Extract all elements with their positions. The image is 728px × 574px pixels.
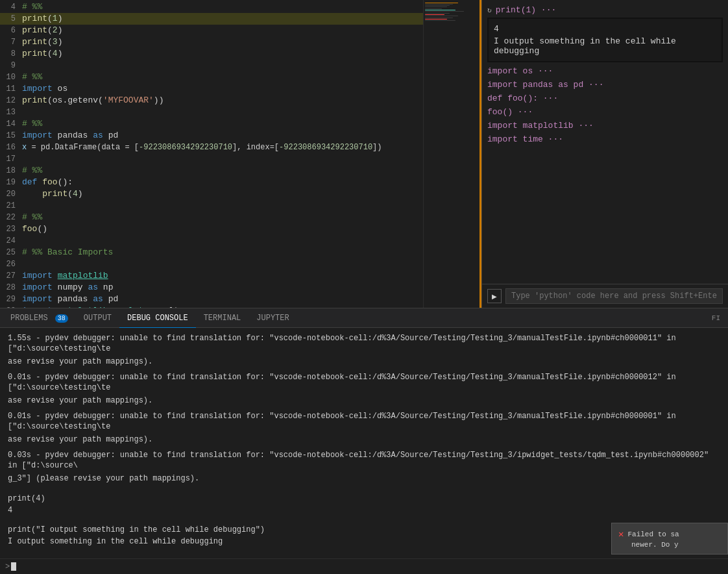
debug-spacer5: [8, 518, 720, 523]
code-content-27: import matplotlib: [22, 270, 108, 282]
tab-debug-label: DEBUG CONSOLE: [127, 314, 188, 323]
line-num-9: 9: [3, 60, 22, 71]
jupyter-cell-5: foo() ···: [487, 107, 723, 117]
minimap: [423, 0, 481, 308]
minimap-line: [425, 18, 453, 18]
code-content-6: print(2): [22, 25, 62, 36]
code-content-22: # %%: [22, 212, 42, 223]
code-content-12: print(os.getenv('MYFOOVAR')): [22, 95, 164, 106]
problems-badge: 38: [55, 314, 68, 323]
notification-error-icon: ✕: [618, 529, 624, 540]
code-line-21: 21: [0, 200, 423, 212]
line-num-18: 18: [3, 165, 22, 177]
jupyter-cell-foo-label[interactable]: foo() ···: [487, 107, 533, 117]
minimap-line: [425, 8, 442, 9]
code-line-11: 11 import os: [0, 83, 423, 95]
code-content-18: # %%: [22, 165, 42, 177]
jupyter-cell-header: ↻ print(1) ···: [487, 5, 723, 15]
editor-area: 4 # %% 5 print(1) 6 print(2) 7 print(3): [0, 0, 728, 308]
code-line-9: 9: [0, 60, 423, 71]
jupyter-cell-print1-label[interactable]: print(1) ···: [496, 5, 557, 15]
minimap-line: [425, 13, 450, 14]
cursor-prompt: >: [5, 562, 10, 571]
jupyter-cell-matplotlib-label[interactable]: import matplotlib ···: [487, 121, 594, 131]
code-content-4: # %%: [22, 1, 42, 13]
jupyter-cell-4: def foo(): ···: [487, 94, 723, 103]
line-num-15: 15: [3, 130, 22, 142]
code-line-14: 14 # %%: [0, 118, 423, 130]
code-content-29: import pandas as pd: [22, 293, 118, 305]
code-line-27: 27 import matplotlib: [0, 270, 423, 282]
line-num-21: 21: [3, 200, 22, 212]
debug-msg-2: 0.01s - pydev debugger: unable to find t…: [8, 372, 720, 393]
code-content-19: def foo():: [22, 177, 73, 188]
jupyter-cell-time-label[interactable]: import time ···: [487, 134, 563, 144]
jupyter-cell-def-foo-label[interactable]: def foo(): ···: [487, 94, 558, 103]
line-num-29: 29: [3, 293, 22, 305]
tab-jupyter-label: JUPYTER: [256, 314, 289, 323]
code-line-29: 29 import pandas as pd: [0, 293, 423, 305]
code-line-8: 8 print(4): [0, 48, 423, 60]
code-content-10: # %%: [22, 71, 42, 83]
jupyter-cell-6: import matplotlib ···: [487, 121, 723, 131]
line-num-7: 7: [3, 36, 22, 48]
code-content-14: # %%: [22, 118, 42, 130]
jupyter-cell-import-os-label[interactable]: import os ···: [487, 66, 553, 76]
minimap-lines: [424, 0, 481, 23]
minimap-line: [425, 10, 455, 10]
code-content-11: import os: [22, 83, 67, 95]
line-num-27: 27: [3, 270, 22, 282]
debug-spacer4: [8, 486, 720, 492]
bottom-tab-actions: FI: [712, 314, 725, 322]
bottom-footer: >: [0, 558, 728, 574]
notification-text-1: Failed to sa: [627, 530, 679, 538]
output-debug-text: I output something in the cell while deb…: [494, 36, 716, 56]
jupyter-cell-3: import pandas as pd ···: [487, 80, 723, 90]
code-line-7: 7 print(3): [0, 36, 423, 48]
line-num-13: 13: [3, 106, 22, 118]
line-num-22: 22: [3, 212, 22, 223]
code-line-23: 23 foo(): [0, 223, 423, 235]
line-num-12: 12: [3, 95, 22, 106]
line-num-23: 23: [3, 223, 22, 235]
jupyter-cell-7: import time ···: [487, 134, 723, 144]
minimap-inner: [424, 0, 481, 308]
minimap-line: [425, 19, 447, 19]
code-line-25: 25 # %% Basic Imports: [0, 247, 423, 258]
line-num-8: 8: [3, 48, 22, 60]
code-line-4: 4 # %%: [0, 1, 423, 13]
cursor-caret: [11, 562, 16, 571]
code-line-20: 20 print(4): [0, 188, 423, 200]
tab-problems[interactable]: PROBLEMS 38: [3, 308, 76, 328]
tab-output-label: OUTPUT: [84, 314, 112, 323]
code-line-13: 13: [0, 106, 423, 118]
debug-msg-3b: ase revise your path mappings).: [8, 434, 720, 445]
tab-jupyter[interactable]: JUPYTER: [249, 308, 297, 328]
debug-output-print4-val: 4: [8, 506, 720, 515]
code-lines: 4 # %% 5 print(1) 6 print(2) 7 print(3): [0, 0, 423, 308]
tab-output[interactable]: OUTPUT: [76, 308, 119, 328]
code-line-24: 24: [0, 235, 423, 247]
tab-terminal[interactable]: TERMINAL: [196, 308, 249, 328]
debug-msg-1: 1.55s - pydev debugger: unable to find t…: [8, 333, 720, 354]
tab-terminal-label: TERMINAL: [204, 314, 241, 323]
jupyter-cells: ↻ print(1) ··· 4 I output something in t…: [482, 0, 728, 284]
jupyter-input-field[interactable]: [505, 288, 723, 304]
code-content-23: foo(): [22, 223, 47, 235]
tab-problems-label: PROBLEMS: [10, 314, 48, 323]
code-content-15: import pandas as pd: [22, 130, 118, 142]
code-line-17: 17: [0, 153, 423, 165]
jupyter-run-button[interactable]: ▶: [487, 289, 502, 303]
line-num-5: 5: [3, 13, 22, 25]
jupyter-cell-import-pandas-label[interactable]: import pandas as pd ···: [487, 80, 603, 90]
line-num-25: 25: [3, 247, 22, 258]
code-content-30: import matplotlib.pyplot as plt: [22, 305, 179, 308]
bottom-tabs: PROBLEMS 38 OUTPUT DEBUG CONSOLE TERMINA…: [0, 308, 728, 328]
minimap-line: [425, 16, 458, 16]
code-line-10: 10 # %%: [0, 71, 423, 83]
tab-debug-console[interactable]: DEBUG CONSOLE: [119, 308, 196, 328]
line-num-20: 20: [3, 188, 22, 200]
line-num-6: 6: [3, 25, 22, 36]
code-content-8: print(4): [22, 48, 62, 60]
jupyter-cell-2: import os ···: [487, 66, 723, 76]
